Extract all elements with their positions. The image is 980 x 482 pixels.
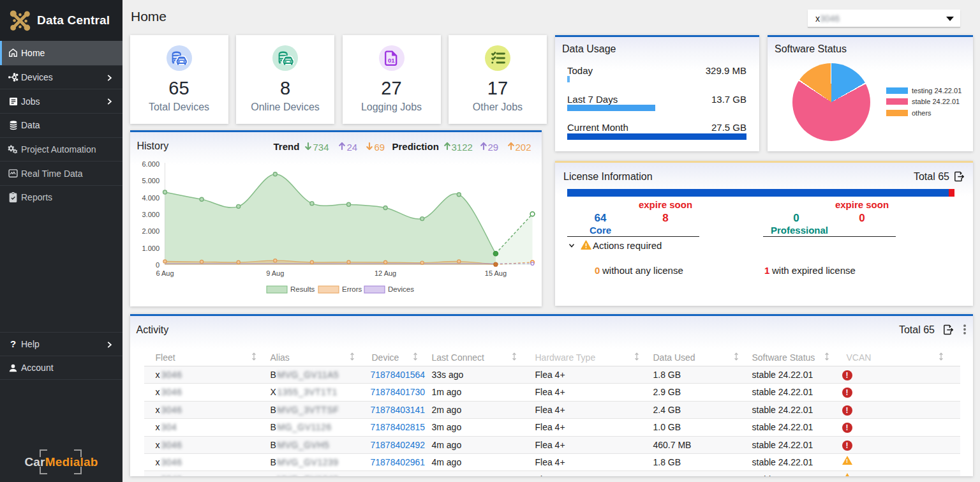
svg-text:0: 0 bbox=[155, 261, 159, 269]
svg-text:Errors: Errors bbox=[342, 285, 362, 293]
svg-text:4.000: 4.000 bbox=[142, 194, 160, 202]
svg-text:15 Aug: 15 Aug bbox=[484, 269, 506, 277]
svg-text:6 Aug: 6 Aug bbox=[156, 269, 174, 277]
svg-text:6.000: 6.000 bbox=[142, 160, 160, 168]
svg-text:3.000: 3.000 bbox=[142, 211, 160, 218]
svg-text:1.000: 1.000 bbox=[142, 245, 160, 252]
svg-text:5.000: 5.000 bbox=[142, 177, 160, 185]
svg-text:9 Aug: 9 Aug bbox=[266, 269, 284, 277]
svg-text:12 Aug: 12 Aug bbox=[374, 269, 396, 277]
svg-text:01: 01 bbox=[388, 57, 395, 64]
svg-text:2.000: 2.000 bbox=[142, 227, 160, 235]
svg-text:Devices: Devices bbox=[388, 285, 414, 293]
svg-text:Results: Results bbox=[290, 285, 315, 293]
